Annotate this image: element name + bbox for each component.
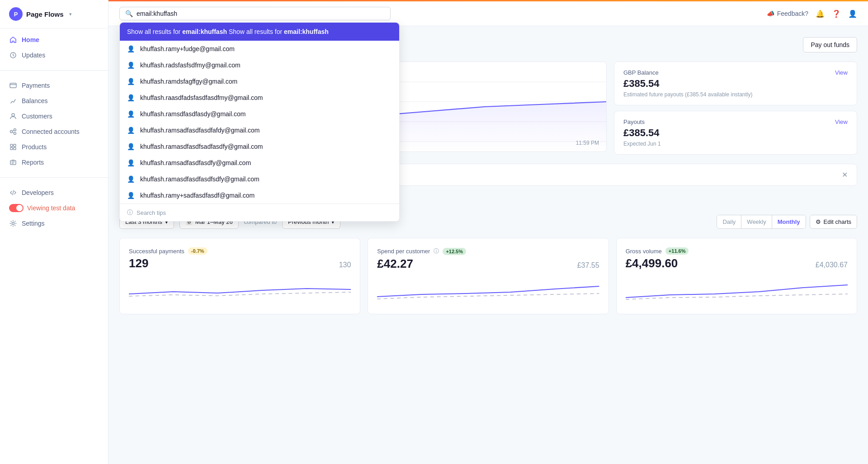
sidebar-item-developers[interactable]: Developers	[0, 185, 108, 200]
dropdown-result-9[interactable]: 👤 khuffash.ramy+sadfasdfasdf@gmail.com	[120, 187, 399, 204]
svg-rect-9	[14, 147, 16, 150]
metric-badge-1: +12.5%	[443, 248, 466, 255]
dropdown-email-1: khuffash.radsfasfsdfmy@gmail.com	[140, 62, 241, 69]
sidebar-item-reports[interactable]: Reports	[0, 155, 108, 170]
header: 🔍 Show all results for email:khuffash Sh…	[108, 1, 868, 26]
user-avatar[interactable]: 👤	[848, 9, 857, 18]
dropdown-result-4[interactable]: 👤 khuffash.ramsdfasdfasdy@gmail.com	[120, 106, 399, 122]
search-icon: 🔍	[125, 10, 133, 17]
dropdown-email-2: khuffash.ramdsfagffgy@gmail.com	[140, 78, 237, 85]
payout-button[interactable]: Pay out funds	[803, 37, 857, 52]
dropdown-result-7[interactable]: 👤 khuffash.ramsadfasdfasdfy@gmail.com	[120, 155, 399, 171]
help-icon[interactable]: ❓	[832, 9, 841, 18]
dropdown-email-4: khuffash.ramsdfasdfasdy@gmail.com	[140, 110, 245, 118]
dropdown-result-5[interactable]: 👤 khuffash.ramsadfasdfasdfafdy@gmail.com	[120, 122, 399, 138]
sidebar-item-connected-accounts[interactable]: Connected accounts	[0, 124, 108, 139]
sidebar-item-home[interactable]: Home	[0, 32, 108, 47]
person-icon-0: 👤	[127, 45, 135, 52]
sidebar-item-payments-label: Payments	[22, 82, 50, 89]
test-data-label: Viewing test data	[27, 204, 75, 212]
sidebar-item-customers[interactable]: Customers	[0, 109, 108, 124]
notifications-icon[interactable]: 🔔	[816, 9, 825, 18]
weekly-view-button[interactable]: Weekly	[741, 215, 772, 228]
edit-charts-label: Edit charts	[824, 218, 851, 225]
dropdown-result-0[interactable]: 👤 khuffash.ramy+fudge@gmail.com	[120, 41, 399, 57]
view-toggle-group: Daily Weekly Monthly ⚙ Edit charts	[717, 215, 857, 229]
payouts-amount: £385.54	[623, 127, 848, 139]
metric-compare-2: £4,030.67	[816, 261, 848, 269]
monthly-view-button[interactable]: Monthly	[772, 215, 806, 228]
sidebar-item-payments[interactable]: Payments	[0, 78, 108, 93]
dropdown-email-8: khuffash.ramasdfasdfasdfsdfy@gmail.com	[140, 175, 259, 183]
sidebar-item-connected-label: Connected accounts	[22, 128, 80, 135]
payments-icon	[9, 81, 17, 90]
search-tips-link[interactable]: ⓘ Search tips	[120, 204, 399, 221]
gbp-balance-card: GBP Balance View £385.54 Estimated futur…	[614, 62, 857, 105]
chevron-down-icon: ▾	[69, 11, 72, 17]
dropdown-result-1[interactable]: 👤 khuffash.radsfasfsdfmy@gmail.com	[120, 57, 399, 73]
sidebar-item-balances[interactable]: Balances	[0, 93, 108, 109]
feedback-label: Feedback?	[777, 10, 808, 17]
gbp-header: GBP Balance View	[623, 69, 848, 76]
svg-rect-8	[10, 147, 13, 150]
query-highlight: email:khuffash	[284, 28, 329, 35]
show-all-prefix: Show all results for	[127, 28, 182, 35]
sidebar: P Page Flows ▾ Home Updates	[0, 0, 108, 464]
dropdown-result-2[interactable]: 👤 khuffash.ramdsfagffgy@gmail.com	[120, 73, 399, 90]
sidebar-item-home-label: Home	[22, 36, 39, 43]
metric-main-0: 129	[129, 256, 148, 270]
search-input[interactable]	[137, 10, 272, 17]
person-icon-5: 👤	[127, 127, 135, 134]
sidebar-item-balances-label: Balances	[22, 97, 48, 104]
gbp-view-link[interactable]: View	[835, 69, 848, 76]
show-all-results-item[interactable]: Show all results for email:khuffash Show…	[120, 23, 399, 41]
payouts-card: Payouts View £385.54 Expected Jun 1	[614, 111, 857, 155]
close-icon[interactable]: ✕	[842, 170, 848, 179]
search-input-wrapper[interactable]: 🔍	[119, 7, 391, 20]
daily-view-button[interactable]: Daily	[717, 215, 741, 228]
svg-rect-7	[14, 144, 16, 147]
dropdown-result-6[interactable]: 👤 khuffash.ramasdfasdfsadfasdfy@gmail.co…	[120, 138, 399, 155]
payouts-expected: Expected Jun 1	[623, 141, 848, 147]
toggle-switch-icon[interactable]	[9, 204, 24, 212]
logo-icon: P	[9, 7, 23, 21]
dropdown-email-0: khuffash.ramy+fudge@gmail.com	[140, 45, 235, 52]
sidebar-item-settings[interactable]: Settings	[0, 216, 108, 231]
feedback-button[interactable]: 📣 Feedback?	[767, 10, 808, 17]
metric-values-1: £42.27 £37.55	[377, 257, 599, 271]
view-mode-group: Daily Weekly Monthly	[717, 215, 806, 229]
sidebar-item-settings-label: Settings	[22, 220, 45, 227]
sidebar-item-products-label: Products	[22, 143, 47, 151]
developers-icon	[9, 189, 17, 197]
balance-cards: GBP Balance View £385.54 Estimated futur…	[614, 62, 857, 155]
info-icon-1[interactable]: ⓘ	[434, 247, 439, 255]
person-icon-2: 👤	[127, 78, 135, 85]
balances-icon	[9, 97, 17, 105]
app-logo[interactable]: P Page Flows ▾	[0, 0, 108, 28]
metric-compare-1: £37.55	[577, 261, 599, 270]
metrics-row: Successful payments -0.7% 129 130	[119, 238, 857, 314]
sidebar-item-products[interactable]: Products	[0, 139, 108, 155]
app-name: Page Flows	[26, 10, 64, 18]
svg-point-11	[12, 223, 14, 225]
person-icon-9: 👤	[127, 192, 135, 199]
metric-badge-2: +11.6%	[665, 247, 689, 255]
reports-icon	[9, 158, 17, 166]
svg-point-2	[12, 114, 14, 116]
home-icon	[9, 36, 17, 44]
gbp-sub: Estimated future payouts (£385.54 availa…	[623, 91, 848, 98]
metric-badge-0: -0.7%	[188, 247, 208, 255]
gbp-amount: £385.54	[623, 78, 848, 90]
sidebar-item-updates[interactable]: Updates	[0, 47, 108, 63]
connected-icon	[9, 128, 17, 136]
payouts-view-link[interactable]: View	[835, 118, 848, 125]
person-icon-8: 👤	[127, 175, 135, 183]
dropdown-result-8[interactable]: 👤 khuffash.ramasdfasdfasdfsdfy@gmail.com	[120, 171, 399, 187]
test-data-toggle[interactable]: Viewing test data	[0, 200, 108, 216]
edit-charts-button[interactable]: ⚙ Edit charts	[810, 215, 857, 229]
metric-compare-0: 130	[339, 261, 351, 269]
dropdown-result-3[interactable]: 👤 khuffash.raasdfadsfasdfasdfmy@gmail.co…	[120, 90, 399, 106]
svg-point-5	[14, 133, 16, 135]
metric-card-1: Spend per customer ⓘ +12.5% £42.27 £37.5…	[368, 238, 609, 314]
sidebar-item-reports-label: Reports	[22, 159, 44, 166]
